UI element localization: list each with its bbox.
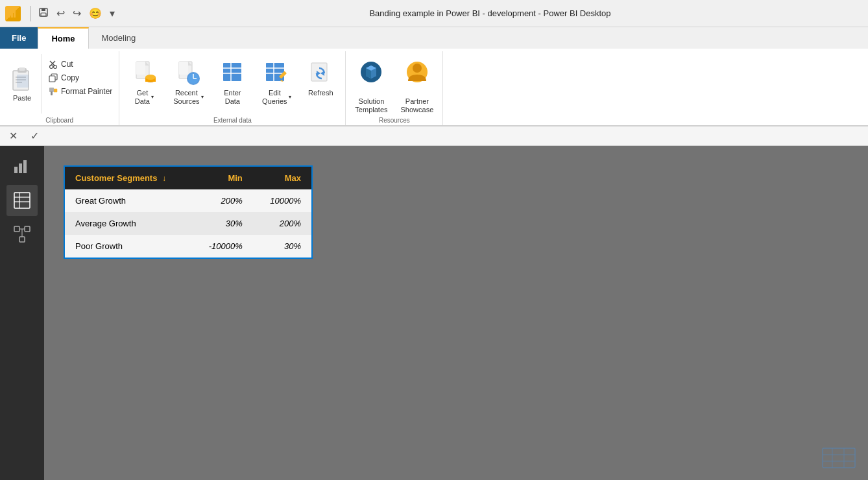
cell-min-2: 30% bbox=[191, 212, 253, 235]
copy-button[interactable]: Copy bbox=[45, 71, 116, 84]
recent-sources-icon bbox=[173, 56, 204, 88]
recent-sources-chevron: ▾ bbox=[201, 95, 204, 100]
enter-data-icon bbox=[217, 56, 248, 88]
svg-rect-9 bbox=[19, 67, 25, 71]
ribbon-tabs: File Home Modeling bbox=[0, 27, 868, 49]
data-table: Customer Segments ↓ Min Max Great Growth bbox=[65, 167, 311, 258]
partner-showcase-button[interactable]: Partner Showcase bbox=[394, 54, 440, 117]
svg-point-16 bbox=[50, 66, 53, 69]
redo-button[interactable]: ↪ bbox=[70, 5, 84, 21]
table-row: Great Growth 200% 10000% bbox=[65, 189, 311, 212]
svg-rect-20 bbox=[49, 88, 54, 92]
cell-min-1: 200% bbox=[191, 189, 253, 212]
sidebar-item-report[interactable] bbox=[6, 151, 38, 182]
svg-rect-59 bbox=[25, 226, 30, 232]
cell-max-2: 200% bbox=[253, 212, 311, 235]
svg-rect-63 bbox=[823, 448, 855, 468]
external-data-group: Get Data ▾ bbox=[119, 51, 346, 125]
svg-rect-29 bbox=[179, 62, 188, 75]
format-painter-label: Format Painter bbox=[61, 87, 112, 96]
table-row: Average Growth 30% 200% bbox=[65, 212, 311, 235]
cell-customer-segments-2[interactable]: Average Growth bbox=[65, 212, 191, 235]
edit-queries-label: Edit Queries ▾ bbox=[262, 89, 291, 106]
clipboard-group-label: Clipboard bbox=[45, 117, 73, 124]
svg-rect-13 bbox=[17, 75, 29, 88]
solution-templates-label: Solution Templates bbox=[355, 89, 387, 115]
formula-cancel-button[interactable]: ✕ bbox=[5, 128, 21, 143]
col-header-max[interactable]: Max bbox=[253, 167, 311, 189]
get-data-button[interactable]: Get Data ▾ bbox=[122, 54, 166, 108]
cell-customer-segments-3[interactable]: Poor Growth bbox=[65, 235, 191, 258]
resources-group-label: Resources bbox=[379, 117, 410, 124]
edit-queries-icon bbox=[261, 56, 292, 88]
paste-button[interactable]: Paste bbox=[3, 54, 42, 114]
resources-group: Solution Templates Partner Showcase bbox=[346, 51, 443, 125]
title-bar: ↩ ↪ 😊 ▾ Banding example in Power BI - de… bbox=[0, 0, 868, 27]
svg-rect-54 bbox=[14, 193, 30, 208]
formula-confirm-button[interactable]: ✓ bbox=[27, 128, 43, 143]
cell-max-3: 30% bbox=[253, 235, 311, 258]
ribbon: Paste Cut bbox=[0, 49, 868, 126]
svg-point-50 bbox=[413, 64, 422, 73]
col-header-customer-segments[interactable]: Customer Segments ↓ bbox=[65, 167, 191, 189]
cell-customer-segments-1[interactable]: Great Growth bbox=[65, 189, 191, 212]
svg-rect-2 bbox=[14, 10, 16, 18]
app-body: Customer Segments ↓ Min Max Great Growth bbox=[0, 146, 868, 480]
sidebar-item-model[interactable] bbox=[6, 219, 38, 250]
col-header-min[interactable]: Min bbox=[191, 167, 253, 189]
svg-rect-53 bbox=[23, 160, 27, 173]
svg-point-27 bbox=[145, 75, 156, 80]
save-button[interactable] bbox=[36, 5, 51, 22]
recent-sources-label: Recent Sources ▾ bbox=[173, 89, 203, 106]
sort-arrow-icon: ↓ bbox=[162, 174, 166, 183]
table-row: Poor Growth -10000% 30% bbox=[65, 235, 311, 258]
title-separator bbox=[30, 6, 30, 21]
svg-rect-35 bbox=[223, 63, 241, 81]
clipboard-small-buttons: Cut Copy Format Painter bbox=[45, 54, 116, 114]
canvas-area: Customer Segments ↓ Min Max Great Growth bbox=[44, 146, 868, 480]
tab-home[interactable]: Home bbox=[38, 27, 88, 49]
edit-queries-chevron: ▾ bbox=[289, 95, 291, 100]
svg-rect-4 bbox=[42, 8, 45, 11]
svg-rect-52 bbox=[19, 163, 22, 173]
partner-showcase-label: Partner Showcase bbox=[401, 89, 434, 115]
get-data-icon bbox=[128, 56, 160, 88]
edit-queries-button[interactable]: Edit Queries ▾ bbox=[254, 54, 298, 108]
tab-file[interactable]: File bbox=[0, 27, 38, 49]
svg-rect-21 bbox=[51, 91, 53, 95]
data-table-container: Customer Segments ↓ Min Max Great Growth bbox=[64, 165, 313, 259]
quick-access-toolbar: ↩ ↪ 😊 ▾ bbox=[36, 5, 117, 22]
svg-rect-51 bbox=[14, 167, 18, 173]
customize-button[interactable]: ▾ bbox=[107, 5, 117, 21]
svg-rect-19 bbox=[49, 76, 55, 82]
undo-button[interactable]: ↩ bbox=[54, 5, 67, 21]
refresh-icon bbox=[305, 56, 336, 88]
sidebar-item-data[interactable] bbox=[6, 185, 38, 216]
cut-label: Cut bbox=[61, 60, 73, 69]
tab-modeling[interactable]: Modeling bbox=[89, 27, 149, 49]
cell-max-1: 10000% bbox=[253, 189, 311, 212]
svg-rect-23 bbox=[136, 62, 145, 75]
paste-label: Paste bbox=[13, 94, 31, 102]
cell-min-3: -10000% bbox=[191, 235, 253, 258]
emoji-button[interactable]: 😊 bbox=[86, 5, 104, 21]
solution-templates-icon bbox=[356, 56, 387, 88]
get-data-chevron: ▾ bbox=[151, 95, 154, 100]
enter-data-button[interactable]: Enter Data bbox=[210, 54, 254, 108]
formula-bar: ✕ ✓ bbox=[0, 126, 868, 146]
partner-showcase-icon bbox=[402, 56, 433, 88]
window-title: Banding example in Power BI - developmen… bbox=[117, 8, 863, 18]
format-painter-button[interactable]: Format Painter bbox=[45, 85, 116, 98]
recent-sources-button[interactable]: Recent Sources ▾ bbox=[166, 54, 210, 108]
clipboard-group: Paste Cut bbox=[0, 51, 119, 125]
svg-rect-58 bbox=[14, 226, 19, 232]
solution-templates-button[interactable]: Solution Templates bbox=[348, 54, 394, 117]
copy-label: Copy bbox=[61, 73, 79, 82]
cursor-indicator bbox=[819, 445, 858, 471]
cut-button[interactable]: Cut bbox=[45, 58, 116, 71]
app-logo bbox=[5, 6, 21, 21]
svg-rect-1 bbox=[11, 12, 13, 18]
svg-rect-0 bbox=[8, 14, 10, 18]
refresh-button[interactable]: Refresh bbox=[298, 54, 343, 100]
external-data-group-label: External data bbox=[213, 117, 252, 124]
